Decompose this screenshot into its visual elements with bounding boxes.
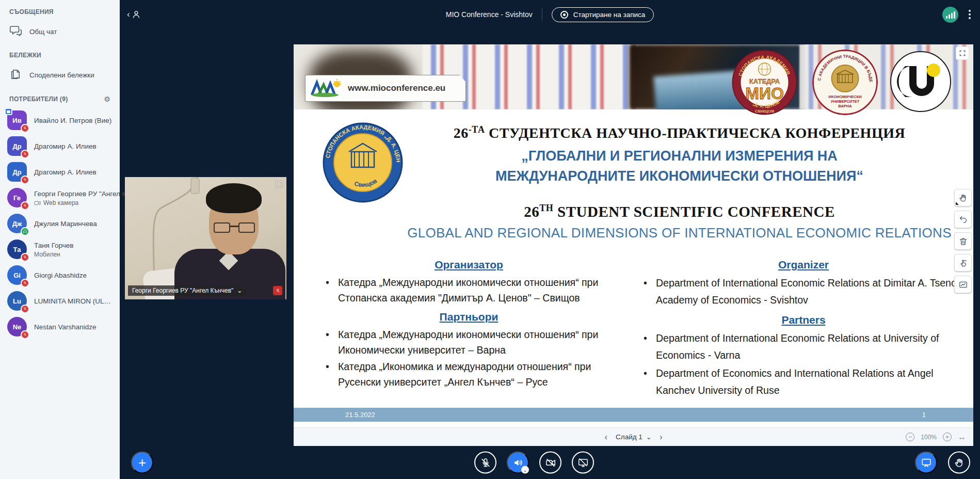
presentation-fullscreen-button[interactable] <box>956 46 969 60</box>
previous-slide-button[interactable]: ‹ <box>602 432 609 442</box>
hand-icon <box>954 457 965 468</box>
share-screen-button[interactable] <box>572 452 594 474</box>
webcam-icon <box>34 200 41 206</box>
slide-select-dropdown[interactable]: Слайд 1 ⌄ <box>616 433 651 441</box>
avatar: Др <box>7 136 27 156</box>
speaker-icon <box>512 457 524 468</box>
camera-muted-icon <box>545 457 556 468</box>
users-settings-gear-icon[interactable]: ⚙ <box>104 95 110 103</box>
sidebar: СЪОБЩЕНИЯ Общ чат БЕЛЕЖКИ Споделени беле… <box>0 0 120 479</box>
zoom-in-button[interactable]: + <box>943 433 952 441</box>
mic-muted-icon <box>480 457 491 468</box>
partners-heading-en: Partners <box>638 314 969 326</box>
divider <box>542 8 542 21</box>
webcam-muted-mic-icon <box>273 286 282 295</box>
raise-hand-button[interactable] <box>948 452 970 474</box>
avatar: Та <box>7 240 27 259</box>
user-row[interactable]: Ге Георги Георгиев РУ "Ангел Кънч... Web… <box>0 185 120 211</box>
mobile-status: Мобилен <box>34 251 74 258</box>
pan-tool-button[interactable] <box>954 189 972 206</box>
list-item: Department of International Economic Rel… <box>638 275 969 309</box>
user-row[interactable]: Та Таня Горчев Мобилен <box>0 236 120 262</box>
zoom-out-button[interactable]: − <box>906 433 914 441</box>
person-hair <box>206 183 262 213</box>
user-row[interactable]: Др Драгомир А. Илиев <box>0 159 120 185</box>
mio-logo <box>311 78 343 98</box>
list-item: Катедра „Икономика и международни отноше… <box>320 359 617 390</box>
presentation-icon <box>921 457 932 468</box>
user-row[interactable]: Дж Джулия Маринчева <box>0 211 120 236</box>
website-url: www.mioconference.eu <box>348 83 445 93</box>
list-item: Катедра „Международни икономически отнош… <box>320 275 617 306</box>
meeting-title: MIO Conference - Svishtov <box>446 10 533 19</box>
svg-text:СВИЩОВ: СВИЩОВ <box>755 109 775 114</box>
fit-width-button[interactable]: ↔ <box>958 433 966 442</box>
conference-website-banner: www.mioconference.eu <box>305 75 466 102</box>
restore-presentation-button[interactable] <box>915 452 937 474</box>
webcam-fullscreen-button[interactable] <box>275 180 283 190</box>
avatar: Gi <box>7 265 27 285</box>
slide-date: 21.5.2022 <box>345 411 375 419</box>
slide-footer: 21.5.2022 1 <box>294 408 973 422</box>
next-slide-button[interactable]: › <box>657 432 665 442</box>
chart-icon <box>958 280 968 290</box>
start-recording-button[interactable]: Стартиране на записа <box>552 7 654 22</box>
undo-icon <box>958 215 968 225</box>
expand-icon <box>275 180 283 188</box>
connection-status-icon[interactable] <box>942 7 958 23</box>
user-row[interactable]: Др Драгомир А. Илиев <box>0 133 120 159</box>
user-row[interactable]: Lu LUMINITA MIRON (ULIM) <box>0 288 120 314</box>
unmute-microphone-button[interactable] <box>474 452 496 474</box>
ruse-university-logo <box>890 51 952 113</box>
multi-user-whiteboard-button[interactable] <box>954 254 972 272</box>
glasses <box>214 222 255 234</box>
options-menu-button[interactable] <box>967 8 973 21</box>
muted-mic-icon <box>21 150 29 158</box>
user-row[interactable]: Gi Giorgi Abashidze <box>0 262 120 288</box>
muted-mic-icon <box>21 330 29 339</box>
user-row[interactable]: Ne Nestan Varshanidze <box>0 314 120 340</box>
conference-title-bg: 26-ТА СТУДЕНТСКА НАУЧНО-ПРАКТИЧЕСКА КОНФ… <box>392 124 967 141</box>
notes-header: БЕЛЕЖКИ <box>0 43 120 63</box>
presenter-icon <box>5 108 12 115</box>
avatar: Ге <box>7 188 27 207</box>
messages-header: СЪОБЩЕНИЯ <box>0 0 120 20</box>
muted-mic-icon <box>21 279 29 288</box>
muted-mic-icon <box>21 175 29 184</box>
presentation-controls: ‹ Слайд 1 ⌄ › − 100% + ↔ <box>294 427 973 446</box>
audio-settings-button[interactable]: ⌄ <box>507 452 529 474</box>
tsenov-academy-logo: СТОПАНСКА АКАДЕМИЯ „Д. А. ЦЕНОВ“ Свищов <box>322 122 404 203</box>
list-item: Катедра „Международни икономически отнош… <box>320 327 617 358</box>
listen-only-icon <box>21 227 29 236</box>
screenshare-muted-icon <box>577 457 589 468</box>
organizer-column-en: Organizer Department of International Ec… <box>638 259 969 400</box>
clear-annotations-button[interactable] <box>954 232 972 250</box>
avatar: Lu <box>7 291 27 311</box>
varna-university-logo: С АКАДЕМИЧНИ ТРАДИЦИИ В БЪДЕЩЕТО ИКОНОМИ… <box>812 50 878 115</box>
svg-text:ИКОНОМИЧЕСКИ: ИКОНОМИЧЕСКИ <box>828 94 861 99</box>
webcam-name-tag[interactable]: Георги Георгиев РУ "Ангел Кънчев" ⌄ <box>128 285 246 296</box>
partners-heading-bg: Партньори <box>320 311 617 323</box>
presentation-area: www.mioconference.eu СТОПАНСКА АКАДЕМИЯ … <box>294 44 973 446</box>
expand-icon <box>959 50 966 57</box>
pan-zoom-chart-button[interactable] <box>954 276 972 293</box>
meeting-app: СЪОБЩЕНИЯ Общ чат БЕЛЕЖКИ Споделени беле… <box>0 0 980 479</box>
share-webcam-button[interactable] <box>539 452 561 474</box>
chat-icon <box>9 24 22 39</box>
webcam-tile[interactable]: Георги Георгиев РУ "Ангел Кънчев" ⌄ <box>125 177 286 299</box>
organizer-heading-en: Organizer <box>638 259 969 271</box>
audio-options-caret[interactable]: ⌄ <box>521 466 529 474</box>
trash-icon <box>958 236 968 246</box>
users-header: ПОТРЕБИТЕЛИ (9) ⚙ <box>0 87 120 107</box>
hand-icon <box>958 193 968 203</box>
undo-annotation-button[interactable] <box>954 211 972 228</box>
public-chat-label: Общ чат <box>29 28 57 36</box>
svg-text:МИО: МИО <box>745 84 784 103</box>
manage-users-button[interactable]: ‹ <box>127 9 141 20</box>
whiteboard-toolbar <box>954 189 972 293</box>
actions-plus-button[interactable]: + <box>131 452 153 474</box>
user-row[interactable]: Ив Ивайло И. Петров (Вие) <box>0 107 120 133</box>
shared-notes-item[interactable]: Споделени бележки <box>0 63 120 87</box>
public-chat-item[interactable]: Общ чат <box>0 20 120 43</box>
record-icon <box>560 11 568 19</box>
